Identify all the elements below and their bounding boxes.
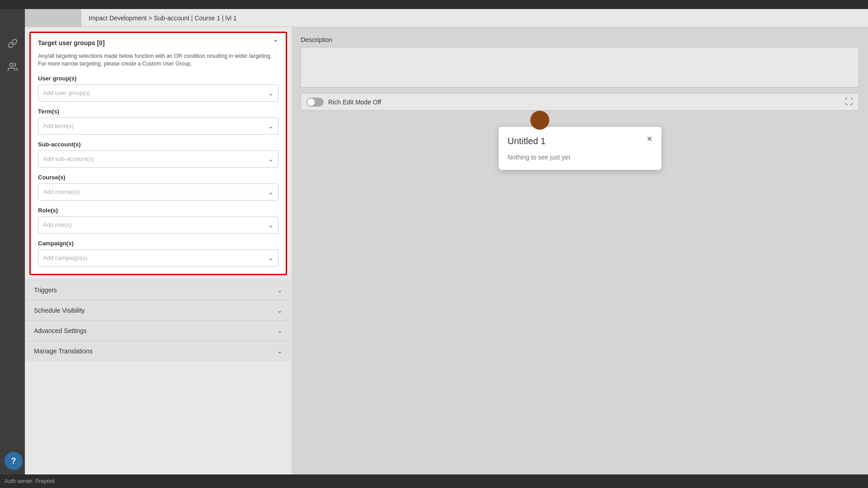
- triggers-section[interactable]: Triggers ⌄: [25, 280, 292, 300]
- left-sidebar: [0, 9, 25, 488]
- rich-edit-bar: Rich Edit Mode Off ⛶: [301, 93, 859, 111]
- role-dropdown[interactable]: Add role(s) ⌄: [38, 216, 278, 234]
- course-dropdown[interactable]: Add course(s) ⌄: [38, 183, 278, 201]
- course-placeholder: Add course(s): [43, 188, 80, 195]
- triggers-label: Triggers: [34, 286, 57, 294]
- target-section-chevron-icon: ⌃: [273, 38, 278, 47]
- role-chevron-icon: ⌄: [268, 221, 274, 229]
- course-label: Course(s): [38, 174, 278, 181]
- user-group-placeholder: Add user group(s): [43, 89, 90, 96]
- triggers-chevron-icon: ⌄: [277, 286, 283, 294]
- schedule-visibility-label: Schedule Visibility: [34, 307, 85, 314]
- sub-account-placeholder: Add sub-account(s): [43, 155, 94, 162]
- breadcrumb-text: Impact Development > Sub-account | Cours…: [89, 14, 237, 22]
- avatar: [530, 111, 549, 130]
- term-label: Term(s): [38, 108, 278, 115]
- link-icon[interactable]: [5, 36, 20, 51]
- term-chevron-icon: ⌄: [268, 122, 274, 130]
- manage-translations-chevron-icon: ⌄: [277, 347, 283, 355]
- description-input[interactable]: [301, 47, 859, 88]
- popup-card: ✕ Untitled 1 Nothing to see just yet: [499, 127, 661, 170]
- left-panel: Target user groups [0] ⌃ Any/all targeti…: [25, 27, 292, 488]
- advanced-settings-section[interactable]: Advanced Settings ⌄: [25, 320, 292, 341]
- course-chevron-icon: ⌄: [268, 188, 274, 196]
- target-section-title: Target user groups [0]: [38, 39, 105, 47]
- advanced-settings-label: Advanced Settings: [34, 327, 87, 334]
- target-info-text: Any/all targeting selections made below …: [38, 52, 278, 68]
- term-placeholder: Add term(s): [43, 122, 74, 129]
- advanced-settings-chevron-icon: ⌄: [277, 327, 283, 334]
- campaign-label: Campaign(s): [38, 240, 278, 247]
- term-dropdown[interactable]: Add term(s) ⌄: [38, 117, 278, 135]
- target-user-groups-section: Target user groups [0] ⌃ Any/all targeti…: [29, 32, 287, 275]
- breadcrumb: Impact Development > Sub-account | Cours…: [81, 9, 868, 27]
- popup-close-button[interactable]: ✕: [644, 133, 655, 144]
- campaign-chevron-icon: ⌄: [268, 254, 274, 262]
- manage-translations-label: Manage Translations: [34, 347, 93, 355]
- schedule-visibility-section[interactable]: Schedule Visibility ⌄: [25, 300, 292, 320]
- role-label: Role(s): [38, 207, 278, 214]
- sub-account-dropdown[interactable]: Add sub-account(s) ⌄: [38, 150, 278, 168]
- user-group-dropdown[interactable]: Add user group(s) ⌄: [38, 84, 278, 102]
- user-group-label: User group(s): [38, 75, 278, 82]
- help-icon: ?: [11, 456, 16, 466]
- bottom-bar: Auth server: Preprod: [0, 474, 868, 488]
- rich-edit-label: Rich Edit Mode Off: [328, 99, 381, 106]
- svg-point-1: [9, 63, 13, 66]
- sub-account-label: Sub-account(s): [38, 141, 278, 148]
- users-icon[interactable]: [5, 60, 20, 74]
- target-section-header[interactable]: Target user groups [0] ⌃: [31, 33, 286, 52]
- top-bar: [0, 0, 868, 9]
- popup-title: Untitled 1: [508, 136, 652, 146]
- main-area: Target user groups [0] ⌃ Any/all targeti…: [25, 27, 868, 488]
- expand-icon[interactable]: ⛶: [845, 97, 853, 107]
- rich-edit-toggle[interactable]: [307, 98, 324, 107]
- auth-label: Auth server: Preprod: [5, 478, 55, 484]
- role-placeholder: Add role(s): [43, 221, 72, 228]
- sub-account-chevron-icon: ⌄: [268, 155, 274, 163]
- right-panel: Description Rich Edit Mode Off ⛶ ✕ Untit…: [292, 27, 868, 488]
- manage-translations-section[interactable]: Manage Translations ⌄: [25, 341, 292, 361]
- campaign-dropdown[interactable]: Add campaign(s) ⌄: [38, 249, 278, 267]
- schedule-visibility-chevron-icon: ⌄: [277, 307, 283, 314]
- preview-container: ✕ Untitled 1 Nothing to see just yet: [301, 120, 859, 170]
- help-button[interactable]: ?: [5, 452, 23, 470]
- campaign-placeholder: Add campaign(s): [43, 254, 87, 261]
- user-group-chevron-icon: ⌄: [268, 89, 274, 97]
- rich-edit-left: Rich Edit Mode Off: [307, 98, 381, 107]
- target-section-body: Any/all targeting selections made below …: [31, 52, 286, 274]
- popup-body: Nothing to see just yet: [508, 154, 652, 161]
- description-label: Description: [301, 36, 859, 43]
